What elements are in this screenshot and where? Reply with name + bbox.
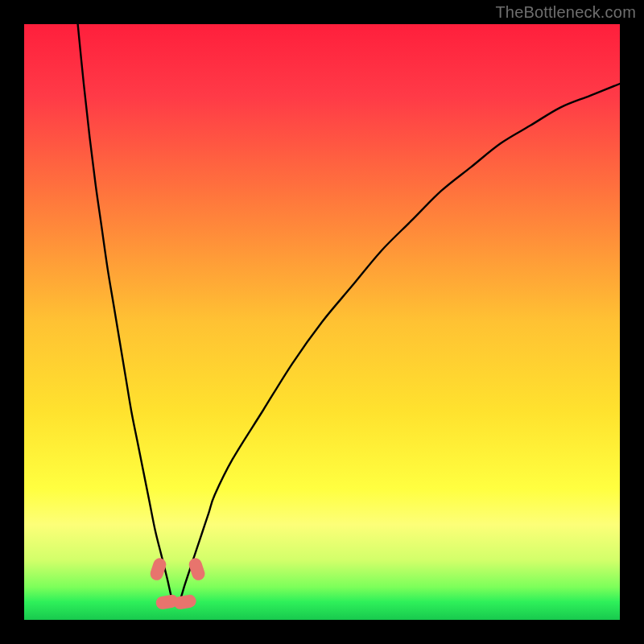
attribution-text: TheBottleneck.com [495, 3, 636, 22]
outer-frame: TheBottleneck.com [0, 0, 644, 644]
plot-svg [24, 24, 620, 620]
plot-area [24, 24, 620, 620]
